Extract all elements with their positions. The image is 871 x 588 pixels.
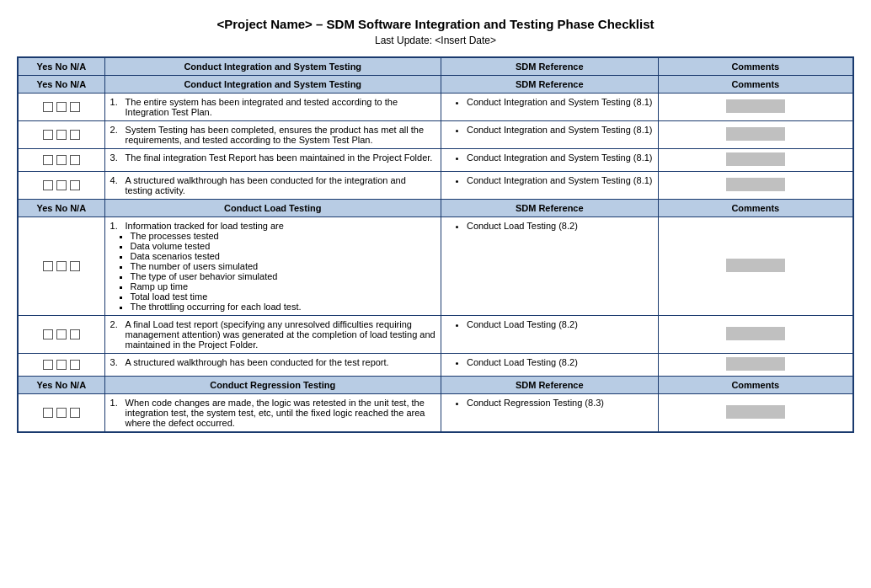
page-subtitle: Last Update: <Insert Date>	[17, 35, 854, 46]
sdm-cell: Conduct Regression Testing (8.3)	[441, 394, 658, 433]
header-section1: Conduct Integration and System Testing	[104, 57, 441, 76]
comment-box	[726, 259, 785, 272]
section-comments-header: Comments	[658, 200, 853, 217]
item-text: The final integration Test Report has be…	[126, 152, 433, 163]
sdm-cell: Conduct Load Testing (8.2)	[441, 217, 658, 316]
sdm-cell: Conduct Integration and System Testing (…	[441, 172, 658, 200]
no-checkbox[interactable]	[56, 360, 67, 370]
na-checkbox[interactable]	[70, 102, 80, 112]
yes-checkbox[interactable]	[43, 261, 53, 271]
section-sdm-header: SDM Reference	[441, 377, 658, 394]
section-title: Conduct Integration and System Testing	[104, 76, 441, 94]
sdm-reference: Conduct Load Testing (8.2)	[467, 319, 653, 329]
no-checkbox[interactable]	[56, 261, 67, 271]
sdm-reference: Conduct Regression Testing (8.3)	[467, 398, 653, 408]
comment-cell	[658, 94, 853, 121]
table-row: 3.The final integration Test Report has …	[18, 149, 853, 172]
section-header-row: Yes No N/AConduct Regression TestingSDM …	[18, 377, 853, 394]
section-sdm-header: SDM Reference	[441, 76, 658, 94]
section-title: Conduct Regression Testing	[104, 377, 441, 394]
item-text: A final Load test report (specifying any…	[126, 319, 436, 350]
item-number: 3.	[110, 152, 122, 163]
section-header-row: Yes No N/AConduct Integration and System…	[18, 76, 853, 94]
yes-checkbox[interactable]	[43, 130, 53, 140]
section-title: Conduct Load Testing	[104, 200, 441, 217]
no-checkbox[interactable]	[56, 102, 67, 112]
no-checkbox[interactable]	[56, 130, 67, 140]
yes-checkbox[interactable]	[43, 360, 53, 370]
table-row: 2.System Testing has been completed, ens…	[18, 121, 853, 149]
section-comments-header: Comments	[658, 377, 853, 394]
checkbox-cell	[18, 121, 104, 149]
item-text: When code changes are made, the logic wa…	[126, 398, 436, 428]
checkbox-cell	[18, 149, 104, 172]
item-number: 4.	[110, 175, 122, 195]
yes-checkbox[interactable]	[43, 408, 53, 418]
comment-cell	[658, 394, 853, 433]
na-checkbox[interactable]	[70, 180, 80, 190]
na-checkbox[interactable]	[70, 261, 80, 271]
checkbox-cell	[18, 354, 104, 377]
yes-checkbox[interactable]	[43, 155, 53, 165]
bullet-item: The type of user behavior simulated	[131, 271, 436, 281]
section-header-row: Yes No N/AConduct Load TestingSDM Refere…	[18, 200, 853, 217]
comment-box	[726, 327, 785, 340]
na-checkbox[interactable]	[70, 408, 80, 418]
item-bullets: The processes testedData volume testedDa…	[110, 231, 436, 312]
sdm-reference: Conduct Integration and System Testing (…	[467, 152, 653, 163]
yes-checkbox[interactable]	[43, 180, 53, 190]
sdm-cell: Conduct Integration and System Testing (…	[441, 149, 658, 172]
item-content-cell: 2.System Testing has been completed, ens…	[104, 121, 441, 149]
sdm-cell: Conduct Integration and System Testing (…	[441, 94, 658, 121]
table-row: 4.A structured walkthrough has been cond…	[18, 172, 853, 200]
checkbox-cell	[18, 316, 104, 354]
table-row: 1.Information tracked for load testing a…	[18, 217, 853, 316]
sdm-reference: Conduct Integration and System Testing (…	[467, 175, 653, 185]
header-sdm: SDM Reference	[441, 57, 658, 76]
main-header-row: Yes No N/A Conduct Integration and Syste…	[18, 57, 853, 76]
item-number: 2.	[110, 319, 122, 350]
checkbox-cell	[18, 217, 104, 316]
na-checkbox[interactable]	[70, 329, 80, 339]
sdm-reference: Conduct Integration and System Testing (…	[467, 97, 653, 107]
section-yes-no-header: Yes No N/A	[18, 377, 104, 394]
bullet-item: Data volume tested	[131, 241, 436, 251]
checkbox-cell	[18, 172, 104, 200]
item-text: Information tracked for load testing are	[126, 221, 284, 231]
sdm-cell: Conduct Load Testing (8.2)	[441, 354, 658, 377]
na-checkbox[interactable]	[70, 130, 80, 140]
na-checkbox[interactable]	[70, 155, 80, 165]
comment-cell	[658, 354, 853, 377]
table-row: 1.The entire system has been integrated …	[18, 94, 853, 121]
header-yes-no: Yes No N/A	[18, 57, 104, 76]
yes-checkbox[interactable]	[43, 102, 53, 112]
item-content-cell: 1.Information tracked for load testing a…	[104, 217, 441, 316]
sdm-reference: Conduct Load Testing (8.2)	[467, 221, 653, 231]
no-checkbox[interactable]	[56, 180, 67, 190]
no-checkbox[interactable]	[56, 155, 67, 165]
bullet-item: The processes tested	[131, 231, 436, 241]
bullet-item: Total load test time	[131, 291, 436, 302]
bullet-item: Ramp up time	[131, 281, 436, 291]
yes-checkbox[interactable]	[43, 329, 53, 339]
section-yes-no-header: Yes No N/A	[18, 76, 104, 94]
comment-cell	[658, 316, 853, 354]
item-number: 1.	[110, 97, 122, 117]
no-checkbox[interactable]	[56, 408, 67, 418]
item-content-cell: 2.A final Load test report (specifying a…	[104, 316, 441, 354]
na-checkbox[interactable]	[70, 360, 80, 370]
item-text: System Testing has been completed, ensur…	[126, 125, 436, 145]
table-row: 2.A final Load test report (specifying a…	[18, 316, 853, 354]
section-sdm-header: SDM Reference	[441, 200, 658, 217]
sdm-cell: Conduct Integration and System Testing (…	[441, 121, 658, 149]
checkbox-cell	[18, 94, 104, 121]
comment-cell	[658, 172, 853, 200]
comment-cell	[658, 149, 853, 172]
comment-cell	[658, 121, 853, 149]
item-content-cell: 3.The final integration Test Report has …	[104, 149, 441, 172]
checkbox-cell	[18, 394, 104, 433]
section-comments-header: Comments	[658, 76, 853, 94]
item-text: A structured walkthrough has been conduc…	[126, 175, 436, 195]
no-checkbox[interactable]	[56, 329, 67, 339]
bullet-item: The number of users simulated	[131, 261, 436, 271]
